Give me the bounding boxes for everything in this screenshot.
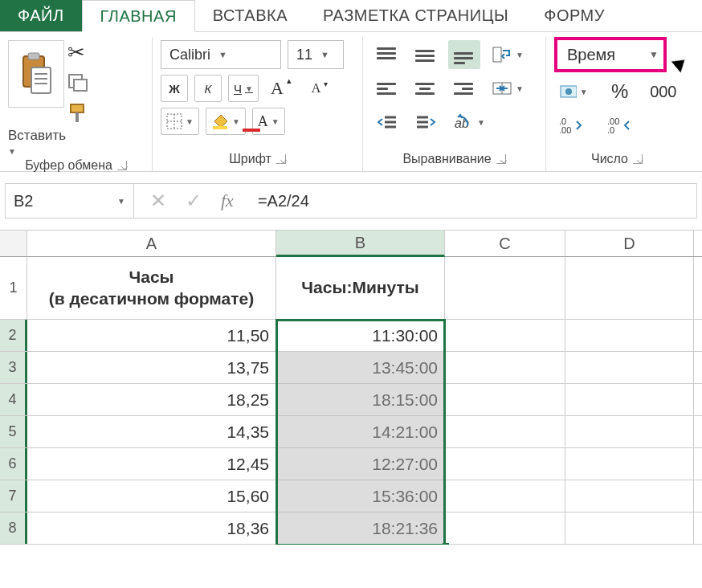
fill-color-button[interactable]: ▼ — [206, 108, 246, 135]
tab-file[interactable]: ФАЙЛ — [0, 0, 82, 31]
cell[interactable]: 18:15:00 — [276, 384, 445, 415]
underline-button[interactable]: Ч▼ — [228, 75, 259, 102]
cell[interactable] — [445, 512, 565, 544]
shrink-font-button[interactable]: A▾ — [304, 74, 336, 103]
cell[interactable]: 15:36:00 — [276, 480, 445, 512]
cell[interactable] — [565, 320, 694, 351]
cell[interactable] — [445, 384, 565, 415]
tab-formulas[interactable]: ФОРМУ — [526, 0, 622, 31]
cell[interactable]: 18,25 — [27, 384, 276, 415]
cell[interactable] — [565, 416, 694, 447]
cell[interactable] — [445, 320, 565, 351]
cell[interactable] — [565, 384, 694, 415]
cell[interactable]: 12,45 — [27, 448, 276, 480]
cut-icon[interactable]: ✂ — [67, 40, 90, 65]
col-header-D[interactable]: D — [565, 231, 694, 256]
align-bottom-button[interactable] — [448, 40, 480, 69]
comma-format-button[interactable]: 000 — [647, 77, 680, 106]
currency-icon — [559, 83, 577, 100]
svg-rect-2 — [31, 67, 51, 93]
cell[interactable] — [445, 480, 565, 512]
cell[interactable]: 14,35 — [27, 416, 276, 447]
font-name-combo[interactable]: Calibri ▼ — [161, 40, 281, 69]
cell[interactable] — [565, 257, 694, 319]
increase-decimals-button[interactable]: .0.00 — [554, 111, 588, 140]
col-header-B[interactable]: B — [276, 231, 445, 257]
decrease-indent-button[interactable] — [371, 108, 403, 137]
select-all-corner[interactable] — [0, 231, 27, 256]
cell[interactable] — [565, 480, 694, 512]
cell[interactable]: 11:30:00 — [276, 320, 445, 351]
align-middle-button[interactable] — [410, 40, 442, 69]
align-center-button[interactable] — [410, 74, 442, 103]
row-header[interactable]: 4 — [0, 384, 27, 415]
accounting-format-button[interactable]: ▼ — [554, 77, 593, 106]
paste-dropdown-icon[interactable]: ▼ — [8, 147, 16, 156]
cell[interactable] — [445, 448, 565, 480]
number-dialog-launcher[interactable] — [633, 154, 643, 164]
tab-home[interactable]: ГЛАВНАЯ — [82, 0, 195, 32]
cell[interactable]: 12:27:00 — [276, 448, 445, 480]
cell[interactable] — [565, 448, 694, 480]
clipboard-paste-icon — [18, 51, 54, 96]
clipboard-dialog-launcher[interactable] — [117, 161, 127, 170]
align-left-button[interactable] — [371, 74, 403, 103]
worksheet-grid[interactable]: A B C D 1 Часы (в десатичном формате) Ча… — [0, 230, 702, 545]
font-dialog-launcher[interactable] — [276, 154, 286, 164]
name-box[interactable]: B2 ▼ — [6, 184, 134, 218]
align-right-button[interactable] — [448, 74, 480, 103]
number-format-combo[interactable]: Время ▼ — [554, 37, 667, 72]
cell[interactable]: 13,75 — [27, 352, 276, 383]
decrease-decimals-button[interactable]: .00.0 — [602, 111, 636, 140]
row-header[interactable]: 1 — [0, 257, 27, 319]
cell[interactable]: 14:21:00 — [276, 416, 445, 447]
font-size-combo[interactable]: 11 ▼ — [288, 40, 344, 69]
cancel-formula-icon[interactable]: ✕ — [150, 190, 166, 212]
bold-button[interactable]: Ж — [161, 75, 188, 102]
cell[interactable] — [445, 416, 565, 447]
row-header[interactable]: 2 — [0, 320, 27, 351]
alignment-dialog-launcher[interactable] — [496, 154, 506, 164]
percent-format-button[interactable]: % — [604, 77, 636, 106]
accept-formula-icon[interactable]: ✓ — [186, 190, 202, 212]
svg-rect-14 — [493, 47, 501, 62]
orientation-button[interactable]: ab ▼ — [448, 108, 490, 137]
cell[interactable] — [445, 257, 565, 319]
cell[interactable]: 18,36 — [27, 512, 276, 544]
cell[interactable]: Часы:Минуты — [276, 257, 445, 319]
tab-insert[interactable]: ВСТАВКА — [195, 0, 305, 31]
merge-cells-button[interactable]: ▼ — [487, 74, 529, 103]
tab-page-layout[interactable]: РАЗМЕТКА СТРАНИЦЫ — [305, 0, 526, 31]
group-font: Calibri ▼ 11 ▼ Ж К Ч▼ A▴ A▾ — [153, 37, 363, 171]
cell[interactable] — [565, 512, 694, 544]
cell[interactable] — [445, 352, 565, 383]
wrap-text-button[interactable]: ▼ — [487, 40, 529, 69]
cell[interactable]: 18:21:36 — [276, 512, 445, 544]
cell[interactable]: 13:45:00 — [276, 352, 445, 383]
col-header-A[interactable]: A — [27, 231, 276, 256]
fx-icon[interactable]: fx — [221, 190, 234, 211]
row-header[interactable]: 5 — [0, 416, 27, 447]
cell[interactable]: 15,60 — [27, 480, 276, 512]
merge-icon — [492, 80, 512, 97]
row-header[interactable]: 3 — [0, 352, 27, 383]
row-header[interactable]: 6 — [0, 448, 27, 480]
fill-handle[interactable] — [443, 543, 449, 545]
formula-input[interactable]: =A2/24 — [250, 192, 696, 210]
align-top-button[interactable] — [371, 40, 403, 69]
format-painter-icon[interactable] — [67, 103, 90, 126]
cell[interactable] — [565, 352, 694, 383]
col-header-C[interactable]: C — [445, 231, 565, 256]
svg-rect-8 — [71, 104, 84, 112]
grow-font-button[interactable]: A▴ — [265, 74, 297, 103]
paste-button[interactable] — [8, 40, 64, 108]
increase-indent-button[interactable] — [410, 108, 442, 137]
row-header[interactable]: 7 — [0, 480, 27, 512]
cell[interactable]: 11,50 — [27, 320, 276, 351]
row-header[interactable]: 8 — [0, 512, 27, 544]
borders-button[interactable]: ▼ — [161, 108, 199, 135]
font-color-button[interactable]: A ▼ — [252, 108, 285, 135]
copy-icon[interactable] — [67, 73, 90, 95]
italic-button[interactable]: К — [194, 75, 222, 102]
cell[interactable]: Часы (в десатичном формате) — [27, 257, 276, 319]
